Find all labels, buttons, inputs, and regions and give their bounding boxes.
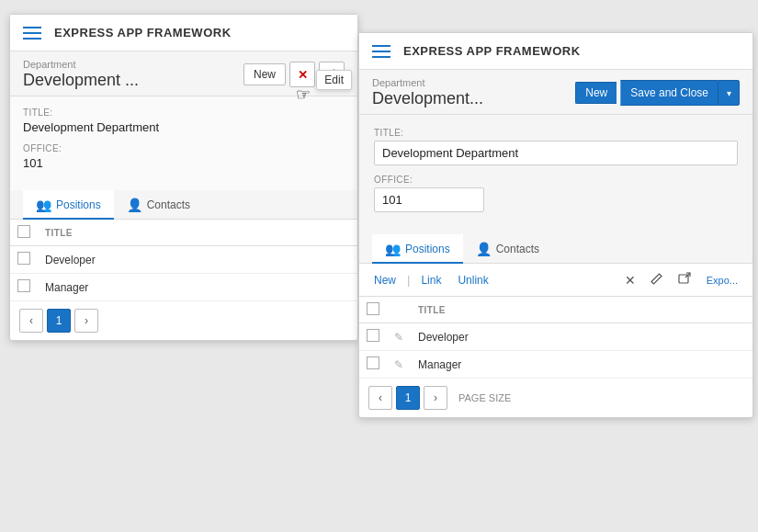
field-title-group-2: TITLE:: [374, 128, 738, 165]
positions-table-1: TITLE Developer Manager: [10, 220, 357, 301]
select-all-checkbox-2[interactable]: [367, 302, 379, 315]
row-edit-icon-2[interactable]: ✎: [394, 358, 403, 371]
tabs-bar-2: 👥 Positions 👤 Contacts: [359, 234, 752, 264]
app-header-1: EXPRESS APP FRAMEWORK: [10, 15, 357, 51]
table-area-1: TITLE Developer Manager: [10, 220, 357, 301]
table-row: Developer: [10, 246, 357, 274]
positions-tab-icon-1: 👥: [36, 198, 51, 212]
next-page-btn-1[interactable]: ›: [74, 309, 98, 333]
page-1-btn-2[interactable]: 1: [396, 386, 420, 410]
row-title-4: Manager: [411, 351, 752, 379]
row-checkbox-2[interactable]: [17, 279, 30, 292]
save-close-button-2[interactable]: Save and Close: [620, 80, 718, 106]
field-title-label-2: TITLE:: [374, 128, 738, 138]
field-office-group-1: OFFICE: 101: [23, 143, 345, 170]
new-button-1[interactable]: New: [243, 63, 286, 85]
record-header-2: Department Development... New Save and C…: [359, 70, 752, 115]
pagination-1: ‹ 1 ›: [10, 301, 357, 340]
tab-contacts-2[interactable]: 👤 Contacts: [463, 234, 552, 264]
select-all-checkbox-1[interactable]: [17, 225, 30, 238]
delete-button-1[interactable]: ✕: [289, 62, 315, 87]
sub-toolbar-2: New | Link Unlink ✕ Expo...: [359, 264, 752, 297]
subtoolbar-new-2[interactable]: New: [368, 271, 402, 289]
field-office-input-2[interactable]: [374, 187, 484, 212]
save-close-dropdown-2[interactable]: ▾: [718, 80, 740, 106]
pagination-2: ‹ 1 › PAGE SIZE: [359, 379, 752, 417]
tab-positions-1[interactable]: 👥 Positions: [23, 190, 114, 220]
table-row: ✎ Developer: [359, 323, 752, 351]
tabs-bar-1: 👥 Positions 👤 Contacts: [10, 190, 357, 220]
positions-tab-icon-2: 👥: [385, 242, 401, 256]
next-page-btn-2[interactable]: ›: [424, 386, 447, 410]
field-office-label-1: OFFICE:: [23, 143, 345, 153]
tab-positions-2[interactable]: 👥 Positions: [372, 234, 463, 264]
record-title-2: Development...: [372, 89, 483, 108]
table-row: Manager: [10, 274, 357, 301]
prev-page-btn-2[interactable]: ‹: [368, 386, 392, 410]
table-area-2: TITLE ✎ Developer ✎ Manager: [359, 297, 752, 379]
record-actions-1: New ✕ Edit: [243, 62, 345, 87]
contacts-tab-icon-1: 👤: [127, 198, 142, 212]
subtoolbar-export-label-2[interactable]: Expo...: [701, 272, 743, 289]
page-1-btn-1[interactable]: 1: [47, 309, 71, 333]
edit-tooltip-1: Edit: [316, 70, 352, 90]
tab-contacts-1[interactable]: 👤 Contacts: [114, 190, 203, 220]
contacts-tab-icon-2: 👤: [476, 242, 492, 256]
field-title-value-1: Development Department: [23, 120, 345, 134]
hamburger-icon-1[interactable]: [23, 27, 41, 40]
row-edit-icon-1[interactable]: ✎: [394, 331, 403, 344]
record-header-1: Department Development ... New ✕ Edit: [10, 51, 357, 96]
prev-page-btn-1[interactable]: ‹: [19, 309, 43, 333]
record-header-left-2: Department Development...: [372, 77, 483, 108]
field-office-group-2: OFFICE:: [374, 175, 738, 212]
page-size-label-2: PAGE SIZE: [458, 392, 511, 403]
table-row: ✎ Manager: [359, 351, 752, 379]
record-body-2: TITLE: OFFICE:: [359, 115, 752, 234]
subtoolbar-link-2[interactable]: Link: [415, 271, 447, 289]
subtoolbar-export-icon-2[interactable]: [673, 269, 696, 290]
subtoolbar-unlink-2[interactable]: Unlink: [452, 271, 493, 289]
field-office-value-1: 101: [23, 156, 345, 170]
field-office-label-2: OFFICE:: [374, 175, 738, 185]
hamburger-icon-2[interactable]: [372, 45, 390, 58]
app-title-2: EXPRESS APP FRAMEWORK: [403, 44, 581, 58]
field-title-input-2[interactable]: [374, 141, 738, 165]
col-title-2: TITLE: [411, 297, 752, 323]
row-checkbox-1[interactable]: [17, 252, 30, 265]
row-title-2: Manager: [38, 274, 357, 301]
row-checkbox-3[interactable]: [367, 329, 379, 342]
positions-table-2: TITLE ✎ Developer ✎ Manager: [359, 297, 752, 379]
record-title-1: Development ...: [23, 71, 139, 90]
new-button-2[interactable]: New: [575, 82, 617, 104]
record-label-1: Department: [23, 59, 139, 70]
panel-background: EXPRESS APP FRAMEWORK Department Develop…: [9, 14, 358, 341]
app-header-2: EXPRESS APP FRAMEWORK: [359, 33, 752, 70]
record-actions-2: New Save and Close ▾: [575, 80, 740, 106]
row-title-1: Developer: [38, 246, 357, 274]
record-body-1: TITLE: Development Department OFFICE: 10…: [10, 96, 357, 190]
field-title-label-1: TITLE:: [23, 108, 345, 118]
row-checkbox-4[interactable]: [367, 357, 379, 369]
record-label-2: Department: [372, 77, 483, 88]
panel-foreground: EXPRESS APP FRAMEWORK Department Develop…: [358, 32, 753, 418]
col-title-1: TITLE: [38, 220, 357, 246]
subtoolbar-edit-icon-2[interactable]: [646, 269, 668, 290]
subtoolbar-close-icon-2[interactable]: ✕: [620, 270, 640, 290]
field-title-group-1: TITLE: Development Department: [23, 108, 345, 134]
app-title-1: EXPRESS APP FRAMEWORK: [54, 26, 232, 40]
row-title-3: Developer: [411, 323, 752, 351]
record-header-left-1: Department Development ...: [23, 59, 139, 90]
